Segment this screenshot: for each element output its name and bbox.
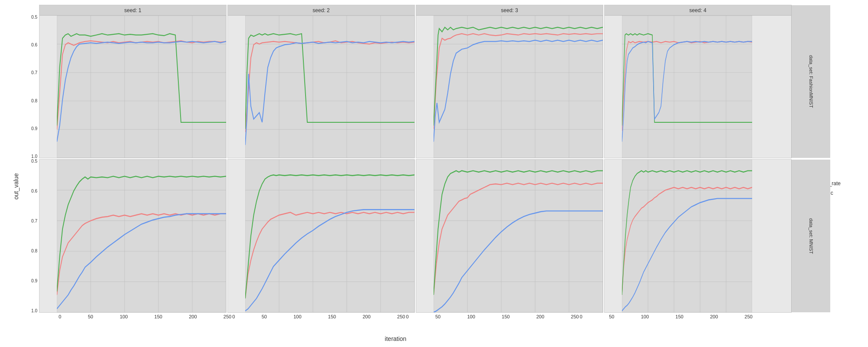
chart-svg-s3-m [434,160,603,312]
panel-seed4-fashion: seed: 4 [604,5,792,158]
panel-header-seed2: seed: 2 [228,5,414,16]
x-ticks-2: 050100150200250 [232,313,405,319]
x-ticks-4: 050100150200250 [580,313,753,319]
x-ticks-3: 050100150200250 [406,313,579,319]
panel-inner-s1-m [57,160,226,312]
row-fashionmnist: 1.00.90.80.70.60.5 seed: 1 [21,4,792,159]
panel-inner-s2-m [245,160,414,312]
row-label-mnist: data_set: MNIST [791,160,830,312]
panel-inner-s3-m [434,160,603,312]
panel-inner-s1-f [57,16,226,158]
chart-svg-s4-f [622,16,752,158]
chart-svg-s3-f [434,16,603,158]
row-mnist: 1.00.90.80.70.60.5 [21,159,792,313]
chart-container: out_value 1.00.90.80.70.60.5 seed: 1 [11,4,857,343]
panel-seed1-fashion: seed: 1 [39,5,227,158]
chart-svg-s2-f [245,16,414,158]
x-ticks-1: 050100150200250 [59,313,231,319]
chart-svg-s2-m [245,160,414,312]
panel-seed2-fashion: seed: 2 [227,5,415,158]
panel-seed1-mnist [39,159,227,313]
chart-svg-s1-m [57,160,226,312]
y-ticks-row1: 1.00.90.80.70.60.5 [21,15,39,159]
panel-inner-s4-m [622,160,752,312]
x-axis-panel-1: 050100150200250 [59,313,231,335]
panel-header-seed3: seed: 3 [416,5,603,16]
panel-inner-s4-f [622,16,752,158]
y-axis-label: out_value [11,4,21,343]
chart-svg-s1-f [57,16,226,158]
x-axis-panel-3: 050100150200250 [406,313,579,335]
panel-header-seed4: seed: 4 [605,5,791,16]
panel-seed4-mnist: data_set: MNIST [604,159,792,313]
panel-seed3-fashion: seed: 3 [416,5,603,158]
panel-inner-s3-f [434,16,603,158]
row-label-fashion: data_set: FashionMNIST [791,5,830,158]
panel-header-seed1: seed: 1 [39,5,226,16]
x-axis-area: 050100150200250 050100150200250 05010015… [21,313,792,335]
panel-seed3-mnist [416,159,603,313]
x-axis-panel-4: 050100150200250 [580,313,753,335]
grid-area: 1.00.90.80.70.60.5 seed: 1 [21,4,792,343]
panel-inner-s2-f [245,16,414,158]
rows-and-legend: 1.00.90.80.70.60.5 seed: 1 [21,4,857,343]
chart-svg-s4-m [622,160,752,312]
panel-seed2-mnist [227,159,415,313]
x-axis-label: iteration [21,335,792,343]
y-ticks-row2: 1.00.90.80.70.60.5 [21,159,39,313]
x-axis-panel-2: 050100150200250 [232,313,405,335]
